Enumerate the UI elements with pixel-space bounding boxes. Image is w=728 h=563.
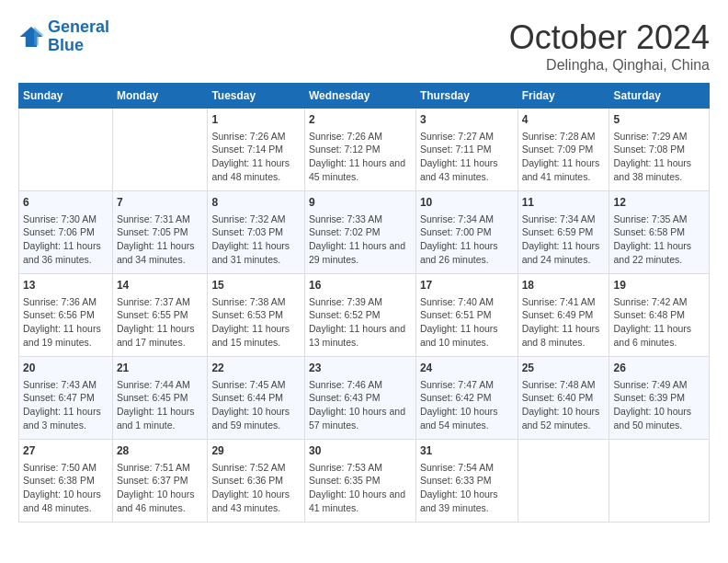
day-cell: 8Sunrise: 7:32 AM Sunset: 7:03 PM Daylig… bbox=[208, 191, 305, 274]
day-info: Sunrise: 7:43 AM Sunset: 6:47 PM Dayligh… bbox=[23, 378, 108, 432]
day-number: 12 bbox=[613, 195, 705, 211]
day-info: Sunrise: 7:29 AM Sunset: 7:08 PM Dayligh… bbox=[613, 130, 705, 184]
week-row-3: 13Sunrise: 7:36 AM Sunset: 6:56 PM Dayli… bbox=[19, 274, 710, 357]
day-cell: 7Sunrise: 7:31 AM Sunset: 7:05 PM Daylig… bbox=[112, 191, 208, 274]
day-info: Sunrise: 7:51 AM Sunset: 6:37 PM Dayligh… bbox=[117, 461, 204, 515]
day-cell bbox=[19, 109, 113, 191]
day-cell: 1Sunrise: 7:26 AM Sunset: 7:14 PM Daylig… bbox=[208, 109, 305, 191]
header-friday: Friday bbox=[518, 84, 609, 109]
day-cell: 14Sunrise: 7:37 AM Sunset: 6:55 PM Dayli… bbox=[112, 274, 208, 357]
day-cell: 3Sunrise: 7:27 AM Sunset: 7:11 PM Daylig… bbox=[415, 109, 518, 191]
day-cell: 30Sunrise: 7:53 AM Sunset: 6:35 PM Dayli… bbox=[304, 440, 415, 523]
day-number: 21 bbox=[117, 361, 204, 376]
day-number: 20 bbox=[23, 361, 108, 376]
header-sunday: Sunday bbox=[19, 84, 113, 109]
day-number: 23 bbox=[309, 361, 412, 376]
day-number: 15 bbox=[211, 278, 301, 293]
day-info: Sunrise: 7:46 AM Sunset: 6:43 PM Dayligh… bbox=[309, 378, 412, 432]
day-info: Sunrise: 7:34 AM Sunset: 7:00 PM Dayligh… bbox=[420, 213, 514, 267]
day-cell: 20Sunrise: 7:43 AM Sunset: 6:47 PM Dayli… bbox=[19, 357, 113, 440]
day-cell: 22Sunrise: 7:45 AM Sunset: 6:44 PM Dayli… bbox=[208, 357, 305, 440]
day-cell: 26Sunrise: 7:49 AM Sunset: 6:39 PM Dayli… bbox=[609, 357, 710, 440]
day-number: 27 bbox=[23, 443, 108, 459]
title-block: October 2024 Delingha, Qinghai, China bbox=[509, 18, 710, 74]
day-info: Sunrise: 7:26 AM Sunset: 7:12 PM Dayligh… bbox=[309, 130, 412, 184]
day-cell bbox=[609, 440, 710, 523]
svg-marker-0 bbox=[20, 27, 43, 47]
week-row-1: 1Sunrise: 7:26 AM Sunset: 7:14 PM Daylig… bbox=[19, 109, 710, 191]
day-info: Sunrise: 7:38 AM Sunset: 6:53 PM Dayligh… bbox=[211, 295, 301, 350]
day-info: Sunrise: 7:45 AM Sunset: 6:44 PM Dayligh… bbox=[211, 378, 301, 432]
header-thursday: Thursday bbox=[415, 84, 518, 109]
day-info: Sunrise: 7:37 AM Sunset: 6:55 PM Dayligh… bbox=[117, 295, 204, 350]
logo: General Blue bbox=[18, 18, 109, 55]
month-title: October 2024 bbox=[509, 18, 710, 57]
day-info: Sunrise: 7:33 AM Sunset: 7:02 PM Dayligh… bbox=[309, 213, 412, 267]
day-cell: 6Sunrise: 7:30 AM Sunset: 7:06 PM Daylig… bbox=[19, 191, 113, 274]
page-header: General Blue October 2024 Delingha, Qing… bbox=[18, 18, 710, 74]
day-cell: 12Sunrise: 7:35 AM Sunset: 6:58 PM Dayli… bbox=[609, 191, 710, 274]
day-cell: 24Sunrise: 7:47 AM Sunset: 6:42 PM Dayli… bbox=[415, 357, 518, 440]
day-info: Sunrise: 7:26 AM Sunset: 7:14 PM Dayligh… bbox=[211, 130, 301, 184]
day-cell: 16Sunrise: 7:39 AM Sunset: 6:52 PM Dayli… bbox=[304, 274, 415, 357]
day-info: Sunrise: 7:34 AM Sunset: 6:59 PM Dayligh… bbox=[522, 213, 606, 267]
day-cell: 15Sunrise: 7:38 AM Sunset: 6:53 PM Dayli… bbox=[208, 274, 305, 357]
day-cell bbox=[112, 109, 208, 191]
day-cell: 10Sunrise: 7:34 AM Sunset: 7:00 PM Dayli… bbox=[415, 191, 518, 274]
day-number: 2 bbox=[309, 112, 412, 128]
week-row-2: 6Sunrise: 7:30 AM Sunset: 7:06 PM Daylig… bbox=[19, 191, 710, 274]
day-info: Sunrise: 7:52 AM Sunset: 6:36 PM Dayligh… bbox=[211, 461, 301, 515]
week-row-5: 27Sunrise: 7:50 AM Sunset: 6:38 PM Dayli… bbox=[19, 440, 710, 523]
day-info: Sunrise: 7:42 AM Sunset: 6:48 PM Dayligh… bbox=[613, 295, 705, 350]
week-row-4: 20Sunrise: 7:43 AM Sunset: 6:47 PM Dayli… bbox=[19, 357, 710, 440]
logo-text: General Blue bbox=[48, 18, 109, 55]
day-info: Sunrise: 7:39 AM Sunset: 6:52 PM Dayligh… bbox=[309, 295, 412, 350]
day-cell: 17Sunrise: 7:40 AM Sunset: 6:51 PM Dayli… bbox=[415, 274, 518, 357]
header-monday: Monday bbox=[112, 84, 208, 109]
header-tuesday: Tuesday bbox=[208, 84, 305, 109]
day-info: Sunrise: 7:41 AM Sunset: 6:49 PM Dayligh… bbox=[522, 295, 606, 350]
day-number: 26 bbox=[613, 361, 705, 376]
header-wednesday: Wednesday bbox=[304, 84, 415, 109]
day-info: Sunrise: 7:35 AM Sunset: 6:58 PM Dayligh… bbox=[613, 213, 705, 267]
day-number: 18 bbox=[522, 278, 606, 293]
header-saturday: Saturday bbox=[609, 84, 710, 109]
day-info: Sunrise: 7:44 AM Sunset: 6:45 PM Dayligh… bbox=[117, 378, 204, 432]
day-number: 4 bbox=[522, 112, 606, 128]
day-number: 29 bbox=[211, 443, 301, 459]
day-number: 31 bbox=[420, 443, 514, 459]
calendar-table: SundayMondayTuesdayWednesdayThursdayFrid… bbox=[18, 83, 710, 523]
day-info: Sunrise: 7:47 AM Sunset: 6:42 PM Dayligh… bbox=[420, 378, 514, 432]
day-cell: 21Sunrise: 7:44 AM Sunset: 6:45 PM Dayli… bbox=[112, 357, 208, 440]
location-subtitle: Delingha, Qinghai, China bbox=[509, 57, 710, 74]
day-number: 8 bbox=[211, 195, 301, 211]
day-number: 10 bbox=[420, 195, 514, 211]
day-cell: 19Sunrise: 7:42 AM Sunset: 6:48 PM Dayli… bbox=[609, 274, 710, 357]
day-number: 16 bbox=[309, 278, 412, 293]
day-cell: 25Sunrise: 7:48 AM Sunset: 6:40 PM Dayli… bbox=[518, 357, 609, 440]
day-info: Sunrise: 7:36 AM Sunset: 6:56 PM Dayligh… bbox=[23, 295, 108, 350]
day-number: 25 bbox=[522, 361, 606, 376]
day-info: Sunrise: 7:48 AM Sunset: 6:40 PM Dayligh… bbox=[522, 378, 606, 432]
day-info: Sunrise: 7:31 AM Sunset: 7:05 PM Dayligh… bbox=[117, 213, 204, 267]
day-number: 17 bbox=[420, 278, 514, 293]
day-number: 28 bbox=[117, 443, 204, 459]
day-info: Sunrise: 7:32 AM Sunset: 7:03 PM Dayligh… bbox=[211, 213, 301, 267]
day-cell: 23Sunrise: 7:46 AM Sunset: 6:43 PM Dayli… bbox=[304, 357, 415, 440]
day-cell: 5Sunrise: 7:29 AM Sunset: 7:08 PM Daylig… bbox=[609, 109, 710, 191]
day-info: Sunrise: 7:30 AM Sunset: 7:06 PM Dayligh… bbox=[23, 213, 108, 267]
day-number: 30 bbox=[309, 443, 412, 459]
calendar-header-row: SundayMondayTuesdayWednesdayThursdayFrid… bbox=[19, 84, 710, 109]
day-cell: 18Sunrise: 7:41 AM Sunset: 6:49 PM Dayli… bbox=[518, 274, 609, 357]
day-cell: 29Sunrise: 7:52 AM Sunset: 6:36 PM Dayli… bbox=[208, 440, 305, 523]
day-cell: 27Sunrise: 7:50 AM Sunset: 6:38 PM Dayli… bbox=[19, 440, 113, 523]
day-number: 14 bbox=[117, 278, 204, 293]
day-info: Sunrise: 7:40 AM Sunset: 6:51 PM Dayligh… bbox=[420, 295, 514, 350]
day-number: 13 bbox=[23, 278, 108, 293]
day-cell: 11Sunrise: 7:34 AM Sunset: 6:59 PM Dayli… bbox=[518, 191, 609, 274]
day-cell: 9Sunrise: 7:33 AM Sunset: 7:02 PM Daylig… bbox=[304, 191, 415, 274]
day-cell: 4Sunrise: 7:28 AM Sunset: 7:09 PM Daylig… bbox=[518, 109, 609, 191]
day-number: 19 bbox=[613, 278, 705, 293]
day-info: Sunrise: 7:28 AM Sunset: 7:09 PM Dayligh… bbox=[522, 130, 606, 184]
day-number: 11 bbox=[522, 195, 606, 211]
